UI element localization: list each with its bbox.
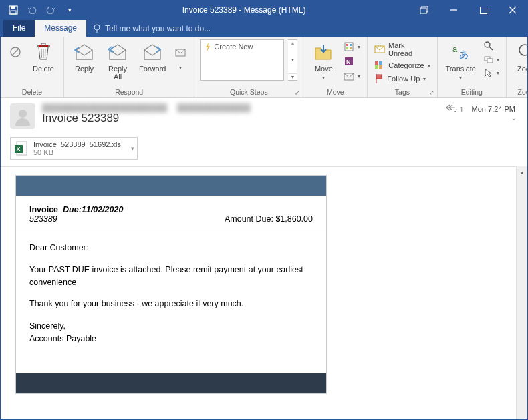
invoice-sig2: Accounts Payable [29,333,313,345]
message-date: Mon 7:24 PM [472,105,515,113]
attachment-item[interactable]: X Invoice_523389_51692.xls 50 KB ▾ [10,137,138,160]
attachment-size: 50 KB [33,148,121,156]
invoice-bottom-band [16,373,326,393]
lightbulb-icon [93,24,101,33]
tell-me-search[interactable]: Tell me what you want to do... [86,21,217,37]
forward-button[interactable]: Forward [136,39,168,74]
group-label-zoom: Zoom [512,87,528,96]
svg-rect-26 [350,44,352,46]
sender-address: ████████████████████████ ██████████████ [42,103,438,112]
tab-message[interactable]: Message [35,20,86,37]
undo-button[interactable] [23,3,41,17]
categorize-button[interactable]: Categorize ▾ [373,60,431,71]
ribbon-group-zoom: Zoom Zoom [507,37,528,97]
ribbon-group-move: Move▾ ▾ N ▾ Move [303,37,368,97]
svg-point-43 [519,45,528,55]
invoice-p1: Your PAST DUE invoice is attached. Pleas… [29,264,313,289]
svg-line-40 [489,47,493,50]
actions-button[interactable]: ▾ [342,70,362,82]
invoice-greeting: Dear Customer: [29,242,313,254]
svg-rect-36 [379,65,382,69]
svg-rect-34 [379,61,382,65]
svg-rect-35 [375,65,378,69]
svg-rect-28 [350,47,352,49]
group-label-respond: Respond [70,87,188,96]
quicksteps-expand[interactable]: ▾ [288,73,297,80]
group-label-quicksteps: Quick Steps⤢ [200,87,297,96]
message-subject: Invoice 523389 [42,112,438,125]
zoom-button[interactable]: Zoom [512,39,528,74]
invoice-label: Invoice [29,205,58,214]
minimize-button[interactable] [439,1,469,19]
svg-rect-25 [346,44,348,46]
svg-point-45 [19,110,27,118]
svg-rect-24 [345,43,353,51]
svg-line-20 [41,49,42,58]
attachment-dropdown[interactable]: ▾ [131,145,134,152]
group-label-editing: Editing [443,87,501,96]
reply-all-icon [107,41,128,63]
follow-up-button[interactable]: Follow Up ▾ [373,73,431,85]
window-title: Invoice 523389 - Message (HTML) [78,5,410,15]
window-controls [410,1,527,19]
svg-rect-27 [346,47,348,49]
svg-rect-33 [375,61,378,65]
svg-line-17 [39,47,40,59]
group-label-delete: Delete [6,87,58,96]
select-button[interactable]: ▾ [483,67,501,78]
mark-unread-button[interactable]: Mark Unread [373,41,431,58]
quicksteps-up[interactable]: ▴ [288,40,297,46]
ribbon-group-quicksteps: Create New ▴ ▾ ▾ Quick Steps⤢ [194,37,303,97]
svg-rect-2 [11,11,16,14]
save-button[interactable] [5,3,22,17]
svg-rect-1 [11,6,15,9]
onenote-button[interactable]: N [342,55,362,67]
quicksteps-down[interactable]: ▾ [288,57,297,63]
quick-access-toolbar: ▾ [1,3,78,17]
restore-down-button[interactable] [410,1,439,19]
rules-button[interactable]: ▾ [342,41,362,53]
ribbon: Delete Delete Reply Reply All Forward ▾ … [1,37,527,98]
svg-text:a: a [452,44,458,54]
message-body: Invoice Due:11/02/2020 523389 Amount Due… [1,166,516,420]
close-button[interactable] [498,1,527,19]
zoom-icon [517,41,528,63]
scroll-up-icon[interactable]: ▴ [521,169,524,176]
ribbon-group-respond: Reply Reply All Forward ▾ Respond [64,37,194,97]
qat-customize[interactable]: ▾ [61,3,78,17]
svg-line-18 [47,47,48,59]
move-icon [313,41,334,63]
translate-button[interactable]: aあ Translate▾ [443,39,479,83]
reply-icon [74,41,95,63]
tab-file[interactable]: File [3,20,35,37]
svg-line-22 [45,49,46,58]
invoice-top-band [16,176,326,196]
svg-rect-4 [420,8,426,14]
forward-icon [142,41,163,63]
move-button[interactable]: Move▾ [309,39,338,83]
related-button[interactable]: ▾ [483,54,501,65]
ignore-button[interactable] [6,39,25,65]
redo-button[interactable] [42,3,59,17]
delete-button[interactable]: Delete [29,39,58,74]
svg-text:あ: あ [459,49,469,59]
svg-text:X: X [17,146,21,152]
reply-all-quick[interactable]: 1 [445,103,463,114]
message-header: ████████████████████████ ██████████████ … [1,98,527,134]
reply-all-button[interactable]: Reply All [103,39,132,82]
header-expand[interactable]: ˇ [513,118,515,126]
ribbon-group-delete: Delete Delete [1,37,64,97]
svg-point-39 [485,42,490,47]
ribbon-group-editing: aあ Translate▾ ▾ ▾ Editing [438,37,507,97]
invoice-card: Invoice Due:11/02/2020 523389 Amount Due… [15,175,327,394]
excel-file-icon: X [15,141,28,156]
find-button[interactable] [483,41,501,51]
vertical-scrollbar[interactable]: ▴ ▾ [516,166,527,420]
respond-more-button[interactable]: ▾ [172,39,188,72]
reply-button[interactable]: Reply [70,39,99,74]
delete-icon [35,41,52,63]
maximize-button[interactable] [469,1,498,19]
message-body-wrap: Invoice Due:11/02/2020 523389 Amount Due… [1,166,527,420]
invoice-amount: Amount Due: $1,860.00 [225,214,313,224]
quick-steps-gallery[interactable]: Create New [200,39,284,81]
